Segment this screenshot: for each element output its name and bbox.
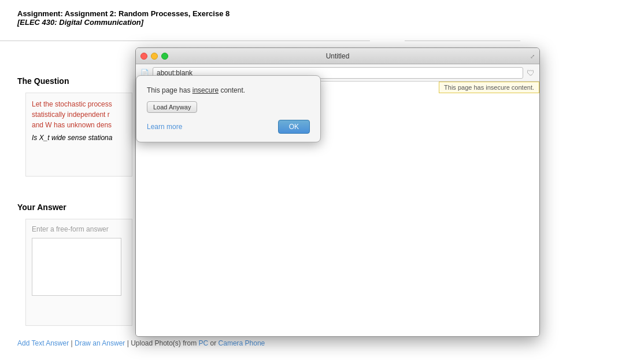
- load-anyway-button[interactable]: Load Anyway: [147, 101, 197, 113]
- window-maximize-button[interactable]: [161, 53, 168, 60]
- window-controls: [140, 53, 168, 60]
- insecure-content-bar: This page has insecure content.: [439, 82, 539, 93]
- learn-more-link[interactable]: Learn more: [147, 123, 182, 131]
- window-minimize-button[interactable]: [151, 53, 158, 60]
- window-close-button[interactable]: [140, 53, 147, 60]
- separator1: |: [69, 339, 75, 347]
- section-answer-label: Your Answer: [17, 203, 66, 212]
- question-text: Let the stochastic process statistically…: [32, 99, 126, 130]
- dialog-footer: Learn more OK: [147, 120, 310, 134]
- dialog-message-suffix: content.: [219, 86, 245, 94]
- dialog-message: This page has insecure content.: [147, 85, 310, 95]
- answer-box: Enter a free-form answer: [25, 219, 132, 326]
- question-box: Let the stochastic process statistically…: [25, 93, 132, 177]
- upload-pc-link[interactable]: PC: [199, 339, 209, 347]
- draw-answer-link[interactable]: Draw an Answer: [75, 339, 125, 347]
- assignment-subtitle: [ELEC 430: Digital Communication]: [17, 18, 230, 27]
- window-title: Untitled: [326, 52, 350, 60]
- section-question-label: The Question: [17, 76, 69, 86]
- question-line2: statistically independent r: [32, 111, 110, 119]
- dialog-message-prefix: This page has: [147, 86, 193, 94]
- ok-button[interactable]: OK: [278, 120, 310, 134]
- divider-top2: [405, 41, 520, 41]
- answer-placeholder-text: Enter a free-form answer: [32, 225, 126, 233]
- question-line3: and W has unknown dens: [32, 121, 112, 129]
- question-math: Is X_t wide sense stationa: [32, 134, 126, 142]
- or-text: or: [208, 339, 218, 347]
- insecure-content-dialog: This page has insecure content. Load Any…: [136, 75, 321, 142]
- separator2: |: [125, 339, 131, 347]
- assignment-header: Assignment: Assignment 2: Random Process…: [17, 9, 230, 27]
- add-text-answer-link[interactable]: Add Text Answer: [17, 339, 69, 347]
- resize-icon: ⤢: [530, 53, 535, 59]
- question-line1: Let the stochastic process: [32, 100, 112, 108]
- answer-textarea[interactable]: [32, 238, 121, 296]
- divider-top: [0, 41, 370, 41]
- bottom-links: Add Text Answer | Draw an Answer | Uploa…: [17, 339, 265, 347]
- camera-phone-link[interactable]: Camera Phone: [219, 339, 265, 347]
- upload-prefix: Upload Photo(s) from: [131, 339, 198, 347]
- assignment-title: Assignment: Assignment 2: Random Process…: [17, 9, 230, 18]
- address-shield-icon: 🛡: [527, 68, 535, 78]
- dialog-message-underline: insecure: [193, 86, 219, 94]
- browser-titlebar: Untitled ⤢: [136, 48, 539, 64]
